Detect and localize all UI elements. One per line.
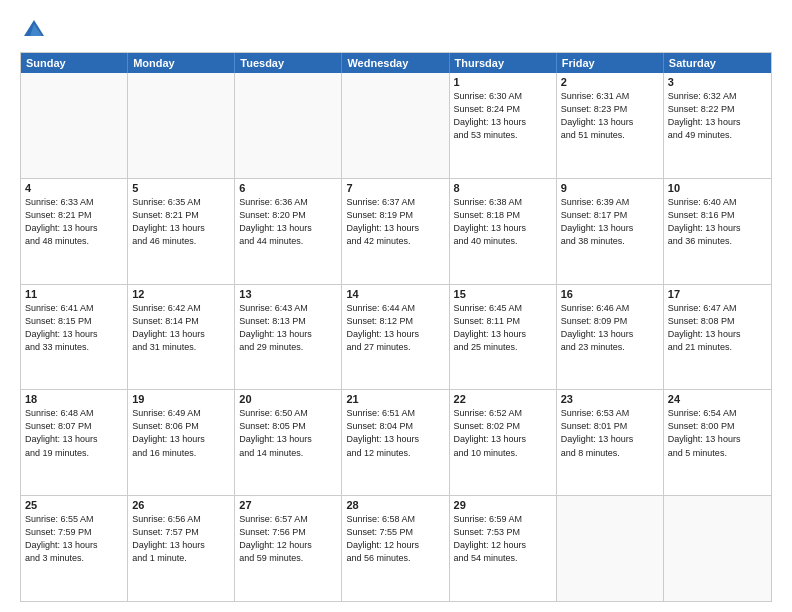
day-number: 2 (561, 76, 659, 88)
day-number: 4 (25, 182, 123, 194)
calendar-cell: 19Sunrise: 6:49 AM Sunset: 8:06 PM Dayli… (128, 390, 235, 495)
day-info: Sunrise: 6:54 AM Sunset: 8:00 PM Dayligh… (668, 407, 767, 459)
day-info: Sunrise: 6:40 AM Sunset: 8:16 PM Dayligh… (668, 196, 767, 248)
calendar-cell: 26Sunrise: 6:56 AM Sunset: 7:57 PM Dayli… (128, 496, 235, 601)
calendar-cell: 18Sunrise: 6:48 AM Sunset: 8:07 PM Dayli… (21, 390, 128, 495)
day-info: Sunrise: 6:50 AM Sunset: 8:05 PM Dayligh… (239, 407, 337, 459)
calendar-cell: 13Sunrise: 6:43 AM Sunset: 8:13 PM Dayli… (235, 285, 342, 390)
day-number: 19 (132, 393, 230, 405)
calendar-cell: 10Sunrise: 6:40 AM Sunset: 8:16 PM Dayli… (664, 179, 771, 284)
calendar-cell: 9Sunrise: 6:39 AM Sunset: 8:17 PM Daylig… (557, 179, 664, 284)
calendar-cell (342, 73, 449, 178)
day-number: 15 (454, 288, 552, 300)
calendar-cell: 21Sunrise: 6:51 AM Sunset: 8:04 PM Dayli… (342, 390, 449, 495)
day-info: Sunrise: 6:48 AM Sunset: 8:07 PM Dayligh… (25, 407, 123, 459)
calendar-cell: 12Sunrise: 6:42 AM Sunset: 8:14 PM Dayli… (128, 285, 235, 390)
calendar-header-cell: Monday (128, 53, 235, 73)
day-number: 5 (132, 182, 230, 194)
day-info: Sunrise: 6:47 AM Sunset: 8:08 PM Dayligh… (668, 302, 767, 354)
calendar-cell: 29Sunrise: 6:59 AM Sunset: 7:53 PM Dayli… (450, 496, 557, 601)
calendar-header: SundayMondayTuesdayWednesdayThursdayFrid… (21, 53, 771, 73)
day-info: Sunrise: 6:32 AM Sunset: 8:22 PM Dayligh… (668, 90, 767, 142)
calendar-cell (557, 496, 664, 601)
calendar-week: 11Sunrise: 6:41 AM Sunset: 8:15 PM Dayli… (21, 285, 771, 391)
day-number: 24 (668, 393, 767, 405)
calendar-cell (21, 73, 128, 178)
day-number: 17 (668, 288, 767, 300)
calendar-cell (235, 73, 342, 178)
day-info: Sunrise: 6:49 AM Sunset: 8:06 PM Dayligh… (132, 407, 230, 459)
day-number: 29 (454, 499, 552, 511)
day-info: Sunrise: 6:51 AM Sunset: 8:04 PM Dayligh… (346, 407, 444, 459)
calendar-cell: 2Sunrise: 6:31 AM Sunset: 8:23 PM Daylig… (557, 73, 664, 178)
calendar-cell: 22Sunrise: 6:52 AM Sunset: 8:02 PM Dayli… (450, 390, 557, 495)
calendar-cell (664, 496, 771, 601)
day-info: Sunrise: 6:56 AM Sunset: 7:57 PM Dayligh… (132, 513, 230, 565)
day-info: Sunrise: 6:43 AM Sunset: 8:13 PM Dayligh… (239, 302, 337, 354)
calendar-cell: 15Sunrise: 6:45 AM Sunset: 8:11 PM Dayli… (450, 285, 557, 390)
calendar-week: 18Sunrise: 6:48 AM Sunset: 8:07 PM Dayli… (21, 390, 771, 496)
calendar-cell: 25Sunrise: 6:55 AM Sunset: 7:59 PM Dayli… (21, 496, 128, 601)
calendar-cell: 11Sunrise: 6:41 AM Sunset: 8:15 PM Dayli… (21, 285, 128, 390)
calendar-cell: 27Sunrise: 6:57 AM Sunset: 7:56 PM Dayli… (235, 496, 342, 601)
day-number: 3 (668, 76, 767, 88)
calendar-week: 4Sunrise: 6:33 AM Sunset: 8:21 PM Daylig… (21, 179, 771, 285)
day-number: 21 (346, 393, 444, 405)
day-number: 10 (668, 182, 767, 194)
logo (20, 16, 52, 44)
day-number: 14 (346, 288, 444, 300)
day-info: Sunrise: 6:46 AM Sunset: 8:09 PM Dayligh… (561, 302, 659, 354)
calendar-cell: 8Sunrise: 6:38 AM Sunset: 8:18 PM Daylig… (450, 179, 557, 284)
calendar-cell: 4Sunrise: 6:33 AM Sunset: 8:21 PM Daylig… (21, 179, 128, 284)
day-number: 6 (239, 182, 337, 194)
day-number: 13 (239, 288, 337, 300)
day-number: 9 (561, 182, 659, 194)
day-info: Sunrise: 6:52 AM Sunset: 8:02 PM Dayligh… (454, 407, 552, 459)
day-number: 28 (346, 499, 444, 511)
calendar-cell: 7Sunrise: 6:37 AM Sunset: 8:19 PM Daylig… (342, 179, 449, 284)
calendar-cell: 16Sunrise: 6:46 AM Sunset: 8:09 PM Dayli… (557, 285, 664, 390)
calendar-cell: 24Sunrise: 6:54 AM Sunset: 8:00 PM Dayli… (664, 390, 771, 495)
calendar-cell (128, 73, 235, 178)
day-number: 20 (239, 393, 337, 405)
calendar-header-cell: Sunday (21, 53, 128, 73)
calendar-header-cell: Thursday (450, 53, 557, 73)
day-info: Sunrise: 6:37 AM Sunset: 8:19 PM Dayligh… (346, 196, 444, 248)
day-number: 12 (132, 288, 230, 300)
day-number: 22 (454, 393, 552, 405)
day-info: Sunrise: 6:33 AM Sunset: 8:21 PM Dayligh… (25, 196, 123, 248)
day-info: Sunrise: 6:53 AM Sunset: 8:01 PM Dayligh… (561, 407, 659, 459)
day-info: Sunrise: 6:58 AM Sunset: 7:55 PM Dayligh… (346, 513, 444, 565)
calendar-header-cell: Saturday (664, 53, 771, 73)
calendar-header-cell: Wednesday (342, 53, 449, 73)
calendar-cell: 5Sunrise: 6:35 AM Sunset: 8:21 PM Daylig… (128, 179, 235, 284)
day-number: 7 (346, 182, 444, 194)
calendar-cell: 23Sunrise: 6:53 AM Sunset: 8:01 PM Dayli… (557, 390, 664, 495)
day-number: 8 (454, 182, 552, 194)
day-number: 26 (132, 499, 230, 511)
header (20, 16, 772, 44)
calendar-week: 1Sunrise: 6:30 AM Sunset: 8:24 PM Daylig… (21, 73, 771, 179)
day-number: 27 (239, 499, 337, 511)
calendar-header-cell: Friday (557, 53, 664, 73)
day-info: Sunrise: 6:38 AM Sunset: 8:18 PM Dayligh… (454, 196, 552, 248)
day-number: 11 (25, 288, 123, 300)
calendar-body: 1Sunrise: 6:30 AM Sunset: 8:24 PM Daylig… (21, 73, 771, 601)
calendar-cell: 1Sunrise: 6:30 AM Sunset: 8:24 PM Daylig… (450, 73, 557, 178)
day-info: Sunrise: 6:41 AM Sunset: 8:15 PM Dayligh… (25, 302, 123, 354)
day-info: Sunrise: 6:39 AM Sunset: 8:17 PM Dayligh… (561, 196, 659, 248)
calendar-cell: 14Sunrise: 6:44 AM Sunset: 8:12 PM Dayli… (342, 285, 449, 390)
calendar-cell: 17Sunrise: 6:47 AM Sunset: 8:08 PM Dayli… (664, 285, 771, 390)
logo-icon (20, 16, 48, 44)
day-info: Sunrise: 6:36 AM Sunset: 8:20 PM Dayligh… (239, 196, 337, 248)
day-number: 18 (25, 393, 123, 405)
day-info: Sunrise: 6:55 AM Sunset: 7:59 PM Dayligh… (25, 513, 123, 565)
day-info: Sunrise: 6:42 AM Sunset: 8:14 PM Dayligh… (132, 302, 230, 354)
calendar: SundayMondayTuesdayWednesdayThursdayFrid… (20, 52, 772, 602)
day-info: Sunrise: 6:57 AM Sunset: 7:56 PM Dayligh… (239, 513, 337, 565)
calendar-week: 25Sunrise: 6:55 AM Sunset: 7:59 PM Dayli… (21, 496, 771, 601)
day-number: 23 (561, 393, 659, 405)
calendar-cell: 20Sunrise: 6:50 AM Sunset: 8:05 PM Dayli… (235, 390, 342, 495)
day-info: Sunrise: 6:44 AM Sunset: 8:12 PM Dayligh… (346, 302, 444, 354)
day-info: Sunrise: 6:59 AM Sunset: 7:53 PM Dayligh… (454, 513, 552, 565)
